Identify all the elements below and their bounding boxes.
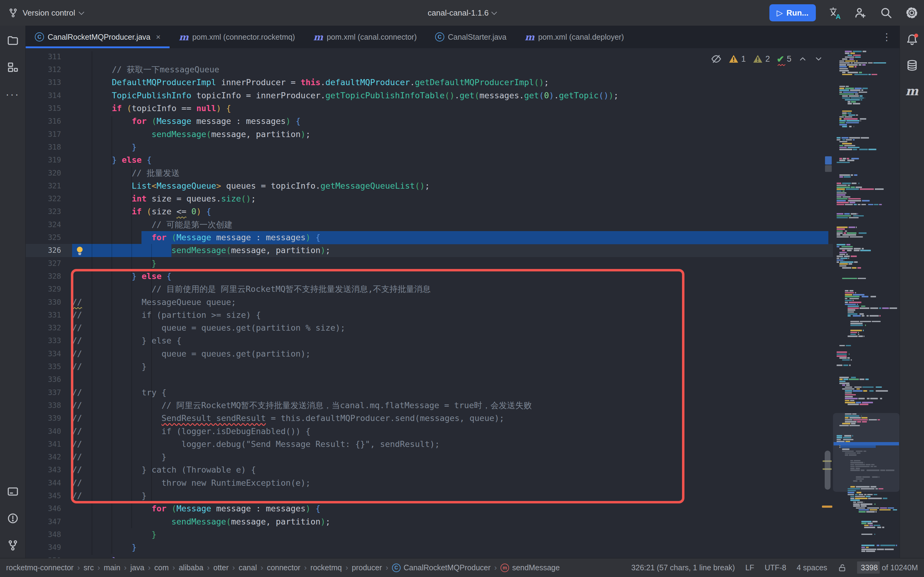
line-number[interactable]: 329 (26, 283, 61, 295)
line-number[interactable]: 331 (26, 309, 61, 321)
warning-indicator[interactable]: 1 (729, 54, 746, 64)
code-line[interactable]: 332// queue = queues.get(partition % siz… (26, 321, 859, 334)
breadcrumb-item[interactable]: com (154, 563, 169, 572)
code-line[interactable]: 329 // 目前使用的是 阿里云RocketMQ暂不支持批量发送消息,不支持批… (26, 283, 859, 295)
code-line[interactable]: 334// queue = queues.get(partition); (26, 347, 859, 360)
tab-pom-xml-connector-rocketmq-[interactable]: mpom.xml (connector.rocketmq) (170, 26, 304, 48)
code-line[interactable]: 313 DefaultMQProducerImpl innerProducer … (26, 76, 859, 89)
line-number[interactable]: 321 (26, 179, 61, 192)
editor-scrollbar-thumb[interactable] (825, 451, 830, 490)
line-number[interactable]: 315 (26, 102, 61, 115)
run-button[interactable]: ▷ Run... (769, 4, 816, 21)
breadcrumb-item[interactable]: alibaba (179, 563, 204, 572)
code-line[interactable]: 331// if (partition >= size) { (26, 309, 859, 321)
terminal-icon[interactable] (6, 485, 19, 498)
line-number[interactable]: 325 (26, 231, 61, 244)
line-number[interactable]: 323 (26, 205, 61, 218)
tab-canalstarter-java[interactable]: CCanalStarter.java (426, 26, 516, 48)
code-line[interactable]: 350 } (26, 554, 859, 558)
database-icon[interactable] (905, 59, 919, 72)
code-line[interactable]: 330// MessageQueue queue; (26, 296, 859, 309)
tab-overflow-icon[interactable]: ⋮ (882, 26, 900, 48)
code-line[interactable]: 345// } (26, 489, 859, 502)
add-user-icon[interactable] (854, 6, 867, 19)
code-line[interactable]: 326 sendMessage(message, partition); (26, 244, 859, 257)
problems-icon[interactable] (6, 512, 19, 525)
project-selector[interactable]: canal-canal-1.1.6 (428, 8, 496, 18)
caret-position-widget[interactable]: 326:21 (57 chars, 1 line break) (631, 563, 735, 572)
code-line[interactable]: 317 sendMessage(message, partition); (26, 128, 859, 141)
unlock-icon[interactable] (838, 563, 847, 572)
line-number[interactable]: 328 (26, 270, 61, 283)
code-line[interactable]: 324 // 可能是第一次创建 (26, 218, 859, 231)
breadcrumb-item[interactable]: rocketmq-connector (6, 563, 74, 572)
code-line[interactable]: 321 List<MessageQueue> queues = topicInf… (26, 179, 859, 192)
code-line[interactable]: 348 } (26, 528, 859, 541)
line-number[interactable]: 343 (26, 463, 61, 476)
line-number[interactable]: 311 (26, 50, 61, 63)
line-number[interactable]: 327 (26, 257, 61, 270)
code-line[interactable]: 349 } (26, 541, 859, 554)
weak-warning-indicator[interactable]: 2 (753, 54, 770, 64)
tab-canalrocketmqproducer-java[interactable]: CCanalRocketMQProducer.java× (26, 26, 170, 48)
line-number[interactable]: 313 (26, 76, 61, 89)
code-line[interactable]: 328 } else { (26, 270, 859, 283)
line-number[interactable]: 336 (26, 373, 61, 386)
line-number[interactable]: 333 (26, 334, 61, 347)
line-number[interactable]: 344 (26, 477, 61, 489)
line-number[interactable]: 340 (26, 425, 61, 438)
indent-widget[interactable]: 4 spaces (796, 563, 827, 572)
structure-icon[interactable] (6, 60, 19, 74)
code-line[interactable]: 339// SendResult sendResult = this.defau… (26, 412, 859, 425)
code-line[interactable]: 336 (26, 373, 859, 386)
code-line[interactable]: 347 sendMessage(message, partition); (26, 515, 859, 528)
code-line[interactable]: 337// try { (26, 386, 859, 399)
line-number[interactable]: 330 (26, 296, 61, 309)
translate-icon[interactable]: A (828, 6, 842, 19)
close-icon[interactable]: × (156, 32, 160, 42)
tab-pom-xml-canal-connector-[interactable]: mpom.xml (canal.connector) (304, 26, 426, 48)
line-number[interactable]: 314 (26, 89, 61, 102)
line-number[interactable]: 326 (26, 244, 61, 257)
code-editor[interactable]: 311312 // 获取一下messageQueue313 DefaultMQP… (26, 48, 900, 558)
notifications-bell-icon[interactable] (905, 33, 919, 47)
tab-pom-xml-canal-deployer-[interactable]: mpom.xml (canal.deployer) (516, 26, 633, 48)
code-line[interactable]: 340// if (logger.isDebugEnabled()) { (26, 425, 859, 438)
project-folder-icon[interactable] (6, 34, 19, 47)
code-line[interactable]: 343// } catch (Throwable e) { (26, 463, 859, 476)
hide-inspections-icon[interactable] (711, 53, 722, 64)
code-line[interactable]: 315 if (topicInfo == null) { (26, 102, 859, 115)
code-line[interactable]: 319 } else { (26, 153, 859, 166)
line-number[interactable]: 312 (26, 63, 61, 76)
code-line[interactable]: 341// logger.debug("Send Message Result:… (26, 438, 859, 451)
breadcrumb-item[interactable]: rocketmq (310, 563, 342, 572)
code-line[interactable]: 325 for (Message message : messages) { (26, 231, 859, 244)
breadcrumb-item[interactable]: otter (213, 563, 229, 572)
line-number[interactable]: 348 (26, 528, 61, 541)
line-number[interactable]: 316 (26, 115, 61, 127)
code-line[interactable]: 314 TopicPublishInfo topicInfo = innerPr… (26, 89, 859, 102)
breadcrumb-item[interactable]: main (104, 563, 120, 572)
line-number[interactable]: 346 (26, 502, 61, 515)
code-line[interactable]: 322 int size = queues.size(); (26, 192, 859, 205)
breadcrumb-item[interactable]: producer (352, 563, 382, 572)
line-number[interactable]: 338 (26, 399, 61, 412)
breadcrumb-item[interactable]: CCanalRocketMQProducer (392, 563, 491, 572)
code-line[interactable]: 320 // 批量发送 (26, 167, 859, 179)
line-number[interactable]: 320 (26, 167, 61, 179)
breadcrumb-item[interactable]: canal (239, 563, 257, 572)
code-line[interactable]: 342// } (26, 451, 859, 463)
breadcrumb-item[interactable]: java (130, 563, 144, 572)
line-number[interactable]: 345 (26, 489, 61, 502)
line-number[interactable]: 349 (26, 541, 61, 554)
line-number[interactable]: 337 (26, 386, 61, 399)
code-line[interactable]: 318 } (26, 141, 859, 153)
settings-gear-icon[interactable] (905, 6, 919, 19)
next-problem-icon[interactable] (814, 54, 823, 63)
git-tool-icon[interactable] (6, 538, 19, 552)
line-number[interactable]: 347 (26, 515, 61, 528)
code-line[interactable]: 327 } (26, 257, 859, 270)
line-number[interactable]: 350 (26, 554, 61, 558)
maven-tool-icon[interactable]: m (905, 84, 919, 98)
code-line[interactable]: 338// // 阿里云RocketMQ暂不支持批量发送消息，当canal.mq… (26, 399, 859, 412)
